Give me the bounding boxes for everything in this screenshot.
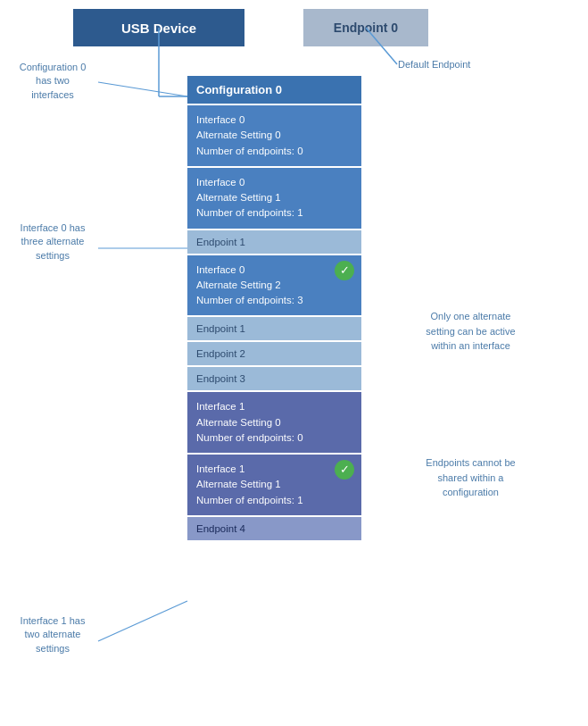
default-endpoint-label: Default Endpoint [398, 59, 470, 70]
interface-block-if1-alt1: ✓ Interface 1 Alternate Setting 1 Number… [187, 455, 361, 515]
one-alternate-label: Only one alternatesetting can be activew… [393, 309, 549, 354]
usb-device-box: USB Device [73, 9, 244, 46]
endpoint-row-1a: Endpoint 1 [187, 230, 361, 254]
endpoint-row-1b: Endpoint 1 [187, 317, 361, 340]
svg-line-5 [98, 601, 187, 641]
endpoints-shared-label: Endpoints cannot beshared within aconfig… [393, 455, 549, 500]
endpoint-row-3: Endpoint 3 [187, 367, 361, 390]
checkmark-icon: ✓ [335, 261, 354, 280]
interface-block-if0-alt2: ✓ Interface 0 Alternate Setting 2 Number… [187, 255, 361, 316]
endpoint0-label: Endpoint 0 [334, 21, 398, 35]
usb-device-label: USB Device [121, 21, 196, 36]
endpoint-row-2: Endpoint 2 [187, 342, 361, 365]
checkmark-icon-if1: ✓ [335, 460, 354, 480]
endpoint-row-4: Endpoint 4 [187, 517, 361, 540]
interface-block-if0-alt0: Interface 0 Alternate Setting 0 Number o… [187, 105, 361, 166]
svg-line-3 [98, 82, 187, 96]
interface-block-if1-alt0: Interface 1 Alternate Setting 0 Number o… [187, 392, 361, 453]
interface-block-if0-alt1: Interface 0 Alternate Setting 1 Number o… [187, 168, 361, 229]
interface0-three-settings-label: Interface 0 hasthree alternatesettings [4, 221, 102, 263]
endpoint0-box: Endpoint 0 [303, 9, 428, 46]
diagram-container: Configuration 0 Interface 0 Alternate Se… [187, 76, 361, 540]
interface1-two-settings-label: Interface 1 hastwo alternatesettings [4, 614, 102, 655]
config-header: Configuration 0 [187, 76, 361, 104]
config-two-interfaces-label: Configuration 0has twointerfaces [4, 61, 102, 102]
